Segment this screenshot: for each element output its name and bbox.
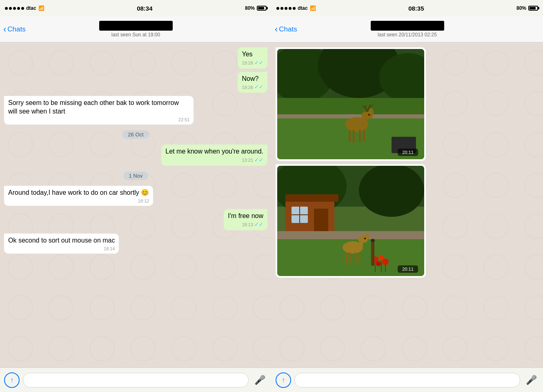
chat-area-right[interactable]: 20:11 bbox=[272, 42, 543, 368]
upload-button-left[interactable]: ↑ bbox=[4, 372, 20, 388]
deer-image-svg: 20:11 bbox=[277, 49, 424, 159]
message-bubble: Ok second to sort out mouse on mac 18:14 bbox=[4, 234, 119, 254]
message-time: 13:21 bbox=[242, 157, 253, 163]
upload-arrow-icon-right: ↑ bbox=[282, 376, 285, 384]
message-input-left[interactable] bbox=[23, 373, 249, 388]
svg-point-39 bbox=[382, 258, 389, 265]
nav-bar-left: ‹ Chats last seen Sun at 19:00 bbox=[0, 16, 272, 42]
status-right-right: 80% bbox=[516, 5, 538, 11]
date-pill: 1 Nov bbox=[123, 172, 149, 180]
message-time: 18:12 bbox=[138, 198, 149, 204]
svg-text:20:11: 20:11 bbox=[402, 267, 414, 272]
message-text: Let me know when you're around. bbox=[165, 148, 263, 155]
chevron-left-icon-right: ‹ bbox=[275, 24, 278, 35]
date-divider: 26 Oct bbox=[4, 130, 267, 139]
time-display-right: 08:35 bbox=[408, 5, 424, 12]
image-bubble[interactable]: 20:11 bbox=[276, 164, 426, 278]
message-row: Around today,I have work to do on car sh… bbox=[4, 186, 267, 206]
status-left: dtac 📶 bbox=[5, 5, 45, 11]
message-text: Now? bbox=[242, 75, 258, 82]
svg-rect-35 bbox=[277, 231, 424, 239]
image-bubble[interactable]: 20:11 bbox=[276, 47, 426, 161]
carrier-name: dtac bbox=[26, 5, 36, 11]
message-time: 18:14 bbox=[104, 246, 115, 252]
message-time: 22:51 bbox=[178, 117, 190, 122]
message-input-right[interactable] bbox=[294, 373, 520, 388]
status-bar-right: dtac 📶 08:35 80% bbox=[272, 0, 543, 16]
chat-area-left[interactable]: Yes 19:26 ✓✓ Now? 19:26 ✓✓ Sorry seem to… bbox=[0, 42, 272, 368]
read-ticks: ✓✓ bbox=[254, 221, 263, 228]
message-bubble: Yes 19:26 ✓✓ bbox=[238, 47, 267, 69]
read-ticks: ✓✓ bbox=[254, 60, 263, 67]
svg-point-53 bbox=[371, 239, 375, 242]
carrier-name-right: dtac bbox=[298, 5, 308, 11]
image-placeholder: 20:11 bbox=[277, 166, 424, 276]
status-bar-left: dtac 📶 08:34 80% bbox=[0, 0, 272, 16]
battery-percent-right: 80% bbox=[516, 5, 526, 11]
message-row: Yes 19:26 ✓✓ bbox=[4, 47, 267, 69]
message-row: 20:11 bbox=[276, 164, 539, 278]
battery-icon-right bbox=[528, 6, 538, 11]
microphone-button-left[interactable]: 🎤 bbox=[252, 372, 267, 388]
message-bubble: Around today,I have work to do on car sh… bbox=[4, 186, 153, 206]
contact-name-redacted-right bbox=[371, 21, 444, 31]
svg-rect-12 bbox=[363, 130, 365, 141]
nav-center-left: last seen Sun at 19:00 bbox=[99, 21, 173, 38]
message-text: Ok second to sort out mouse on mac bbox=[8, 237, 115, 244]
svg-rect-29 bbox=[285, 194, 338, 202]
right-phone: dtac 📶 08:35 80% ‹ Chats last seen 20/11… bbox=[272, 0, 543, 392]
message-text: Yes bbox=[242, 51, 252, 58]
svg-point-27 bbox=[359, 166, 424, 217]
date-divider: 1 Nov bbox=[4, 172, 267, 180]
input-bar-left: ↑ 🎤 bbox=[0, 368, 272, 392]
microphone-button-right[interactable]: 🎤 bbox=[523, 372, 539, 388]
back-button-right[interactable]: ‹ Chats bbox=[275, 24, 297, 35]
back-label-right: Chats bbox=[279, 25, 297, 33]
svg-rect-9 bbox=[349, 130, 351, 142]
signal-dots-right bbox=[276, 7, 296, 10]
left-phone: dtac 📶 08:34 80% ‹ Chats last seen Sun a… bbox=[0, 0, 272, 392]
read-ticks: ✓✓ bbox=[254, 84, 263, 91]
svg-rect-44 bbox=[345, 252, 347, 264]
message-row: Sorry seem to be missing each other bak … bbox=[4, 96, 267, 125]
message-time: 19:26 bbox=[242, 60, 253, 66]
deer-image-2-svg: 20:11 bbox=[277, 166, 424, 276]
microphone-icon: 🎤 bbox=[254, 375, 265, 385]
nav-bar-right: ‹ Chats last seen 20/11/2013 02:25 bbox=[272, 16, 543, 42]
message-bubble: I'm free now 18:13 ✓✓ bbox=[224, 209, 267, 230]
battery-icon-left bbox=[257, 6, 267, 11]
svg-rect-52 bbox=[371, 241, 374, 266]
message-row: Let me know when you're around. 13:21 ✓✓ bbox=[4, 145, 267, 166]
contact-name-redacted-left bbox=[99, 21, 173, 31]
message-row: Ok second to sort out mouse on mac 18:14 bbox=[4, 234, 267, 254]
upload-arrow-icon: ↑ bbox=[10, 376, 13, 384]
message-time: 19:26 bbox=[242, 85, 253, 90]
microphone-icon-right: 🎤 bbox=[526, 375, 537, 385]
read-ticks: ✓✓ bbox=[254, 157, 263, 164]
upload-button-right[interactable]: ↑ bbox=[276, 372, 291, 388]
svg-rect-33 bbox=[314, 209, 328, 233]
nav-center-right: last seen 20/11/2013 02:25 bbox=[371, 21, 444, 38]
message-text: Sorry seem to be missing each other bak … bbox=[8, 99, 179, 115]
battery-percent-left: 80% bbox=[245, 5, 255, 11]
back-button-left[interactable]: ‹ Chats bbox=[3, 24, 26, 35]
message-row: Now? 19:26 ✓✓ bbox=[4, 72, 267, 93]
message-bubble: Sorry seem to be missing each other bak … bbox=[4, 96, 194, 125]
svg-rect-7 bbox=[277, 98, 424, 114]
message-row: 20:11 bbox=[276, 47, 539, 161]
time-display-left: 08:34 bbox=[137, 5, 152, 12]
svg-rect-45 bbox=[349, 252, 351, 265]
message-time: 18:13 bbox=[242, 222, 253, 227]
message-text: I'm free now bbox=[228, 212, 263, 219]
svg-text:20:11: 20:11 bbox=[402, 150, 414, 155]
message-bubble: Now? 19:26 ✓✓ bbox=[238, 72, 267, 93]
svg-rect-47 bbox=[358, 252, 360, 263]
signal-dots bbox=[5, 7, 24, 10]
back-label-left: Chats bbox=[7, 25, 25, 33]
svg-point-38 bbox=[376, 261, 381, 266]
svg-rect-10 bbox=[353, 130, 355, 143]
image-placeholder: 20:11 bbox=[277, 49, 424, 159]
svg-point-20 bbox=[368, 114, 370, 116]
wifi-icon-right: 📶 bbox=[310, 5, 316, 11]
message-row: I'm free now 18:13 ✓✓ bbox=[4, 209, 267, 230]
